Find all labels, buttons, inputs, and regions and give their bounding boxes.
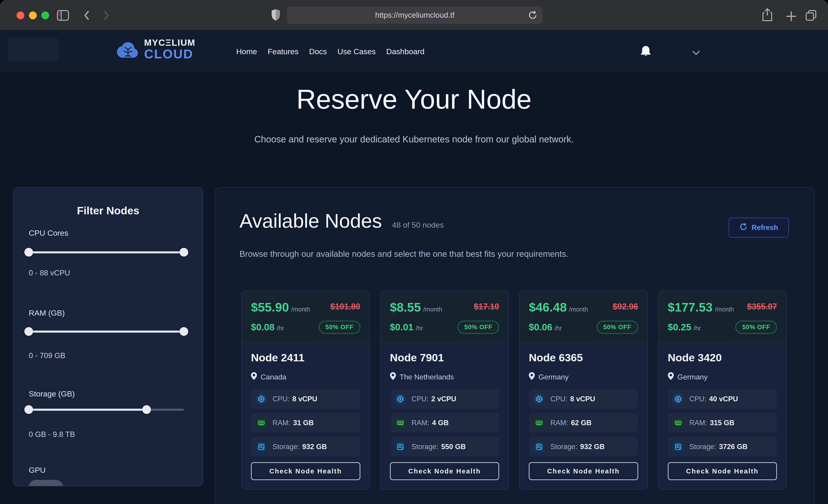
node-name: Node 6365 bbox=[529, 351, 638, 364]
storage-label: Storage: bbox=[412, 443, 439, 451]
cpu-label: CPU: bbox=[690, 395, 706, 403]
spec-list: CPU:40 vCPU RAM:315 GB Storage:3726 GB bbox=[668, 389, 777, 457]
slider-handle-max[interactable] bbox=[179, 327, 188, 336]
slider-handle-min[interactable] bbox=[24, 405, 33, 414]
url-text: https://myceliumcloud.tf bbox=[375, 11, 455, 19]
refresh-button[interactable]: Refresh bbox=[729, 217, 789, 238]
available-nodes-panel: Available Nodes 48 of 50 nodes Refresh B… bbox=[215, 187, 815, 504]
ram-spec-row: RAM:31 GB bbox=[251, 413, 360, 433]
node-card: $177.53 /month $355.07 $0.25 /hr 50% OFF… bbox=[658, 290, 787, 490]
slider-handle-max[interactable] bbox=[179, 248, 188, 257]
zoom-window-button[interactable] bbox=[41, 11, 49, 19]
node-card: $46.48 /month $92.96 $0.06 /hr 50% OFF N… bbox=[519, 290, 648, 490]
privacy-shield-icon[interactable] bbox=[271, 9, 281, 22]
ram-value: 4 GB bbox=[432, 419, 449, 427]
sidebar-toggle-icon[interactable] bbox=[57, 10, 69, 21]
monthly-price: $177.53 /month bbox=[668, 300, 734, 314]
cpu-icon bbox=[533, 393, 545, 405]
cpu-value: 8 vCPU bbox=[292, 395, 317, 403]
browser-window: https://myceliumcloud.tf MYCΞLIUM CLOUD bbox=[0, 0, 828, 504]
nav-link-home[interactable]: Home bbox=[236, 47, 257, 56]
back-button[interactable] bbox=[82, 10, 91, 21]
storage-value: 932 GB bbox=[580, 443, 605, 451]
brand-logo[interactable]: MYCΞLIUM CLOUD bbox=[116, 38, 195, 60]
cpu-cores-label: CPU Cores bbox=[29, 228, 68, 238]
spec-list: CPU:2 vCPU RAM:4 GB Storage:550 GB bbox=[390, 389, 499, 457]
location-name: Germany bbox=[538, 373, 569, 381]
skeleton-rect bbox=[8, 38, 59, 61]
ram-value: 315 GB bbox=[710, 419, 735, 427]
nav-links: Home Features Docs Use Cases Dashboard bbox=[236, 30, 424, 73]
check-node-health-button[interactable]: Check Node Health bbox=[390, 462, 499, 480]
browser-chrome: https://myceliumcloud.tf bbox=[0, 0, 828, 30]
nav-link-use-cases[interactable]: Use Cases bbox=[337, 47, 375, 56]
check-node-health-button[interactable]: Check Node Health bbox=[668, 462, 777, 480]
nav-link-docs[interactable]: Docs bbox=[309, 47, 327, 56]
node-card-pricing: $177.53 /month $355.07 $0.25 /hr 50% OFF bbox=[659, 291, 786, 343]
hourly-price: $0.25 /hr bbox=[668, 322, 701, 333]
node-card-pricing: $46.48 /month $92.96 $0.06 /hr 50% OFF bbox=[520, 291, 647, 343]
cpu-cores-slider[interactable] bbox=[29, 248, 184, 257]
location-pin-icon bbox=[251, 372, 257, 382]
storage-icon bbox=[533, 441, 545, 453]
minimize-window-button[interactable] bbox=[29, 11, 37, 19]
slider-handle-min[interactable] bbox=[24, 327, 33, 336]
forward-button[interactable] bbox=[101, 10, 111, 21]
cpu-value: 8 vCPU bbox=[570, 395, 595, 403]
account-chevron-down-icon[interactable] bbox=[692, 50, 700, 56]
refresh-label: Refresh bbox=[752, 223, 778, 232]
hourly-price: $0.06 /hr bbox=[529, 322, 562, 333]
discount-badge: 50% OFF bbox=[319, 321, 360, 334]
brand-name-top: MYCΞLIUM bbox=[144, 38, 195, 47]
new-tab-icon[interactable] bbox=[786, 11, 796, 22]
nodes-subtitle: Browse through our available nodes and s… bbox=[240, 249, 569, 259]
filter-panel: Filter Nodes CPU Cores 0 - 88 vCPU RAM (… bbox=[13, 187, 203, 486]
node-name: Node 2411 bbox=[251, 351, 360, 364]
node-card-body: Node 7901 The Netherlands CPU:2 vCPU bbox=[381, 343, 508, 489]
slider-handle-max[interactable] bbox=[142, 405, 151, 414]
ram-icon bbox=[533, 417, 545, 429]
filter-panel-title: Filter Nodes bbox=[13, 204, 203, 217]
gpu-toggle[interactable] bbox=[29, 480, 63, 486]
nav-link-features[interactable]: Features bbox=[268, 47, 298, 56]
page-title: Reserve Your Node bbox=[0, 84, 828, 115]
node-card-body: Node 6365 Germany CPU:8 vCPU bbox=[520, 343, 647, 489]
ram-icon bbox=[395, 417, 406, 429]
reload-icon[interactable] bbox=[528, 10, 538, 20]
check-node-health-button[interactable]: Check Node Health bbox=[529, 462, 638, 480]
discount-badge: 50% OFF bbox=[458, 321, 499, 334]
node-card-pricing: $55.90 /month $101.80 $0.08 /hr 50% OFF bbox=[242, 291, 370, 343]
notification-bell-icon[interactable] bbox=[641, 45, 651, 58]
ram-icon bbox=[255, 417, 267, 429]
node-cards: $55.90 /month $101.80 $0.08 /hr 50% OFF … bbox=[241, 290, 787, 490]
nav-link-dashboard[interactable]: Dashboard bbox=[386, 47, 424, 56]
close-window-button[interactable] bbox=[16, 11, 24, 19]
storage-spec-row: Storage:550 GB bbox=[390, 437, 499, 457]
location-pin-icon bbox=[668, 372, 674, 382]
node-card-body: Node 3420 Germany CPU:40 vCPU bbox=[659, 343, 786, 489]
ram-label: RAM: bbox=[690, 419, 707, 427]
page-subtitle: Choose and reserve your dedicated Kubern… bbox=[0, 134, 828, 144]
ram-slider[interactable] bbox=[29, 327, 184, 336]
ram-range-text: 0 - 709 GB bbox=[29, 351, 66, 360]
share-icon[interactable] bbox=[762, 8, 773, 22]
hourly-price: $0.08 /hr bbox=[251, 322, 284, 333]
storage-label: Storage (GB) bbox=[29, 389, 75, 398]
ram-spec-row: RAM:4 GB bbox=[390, 413, 499, 433]
cpu-label: CPU: bbox=[273, 395, 290, 403]
ram-value: 31 GB bbox=[293, 419, 314, 427]
location-pin-icon bbox=[390, 372, 396, 382]
tab-overview-icon[interactable] bbox=[805, 10, 817, 21]
storage-label: Storage: bbox=[273, 443, 299, 451]
slider-handle-min[interactable] bbox=[24, 248, 33, 257]
node-location: The Netherlands bbox=[390, 372, 499, 382]
location-name: Canada bbox=[261, 373, 286, 381]
nodes-header: Available Nodes 48 of 50 nodes bbox=[240, 210, 444, 232]
ram-icon bbox=[672, 417, 684, 429]
address-bar[interactable]: https://myceliumcloud.tf bbox=[287, 6, 543, 24]
check-node-health-button[interactable]: Check Node Health bbox=[251, 462, 360, 480]
cpu-icon bbox=[672, 393, 684, 405]
monthly-price: $8.55 /month bbox=[390, 300, 442, 314]
storage-value: 550 GB bbox=[441, 443, 466, 451]
storage-slider[interactable] bbox=[29, 405, 184, 414]
